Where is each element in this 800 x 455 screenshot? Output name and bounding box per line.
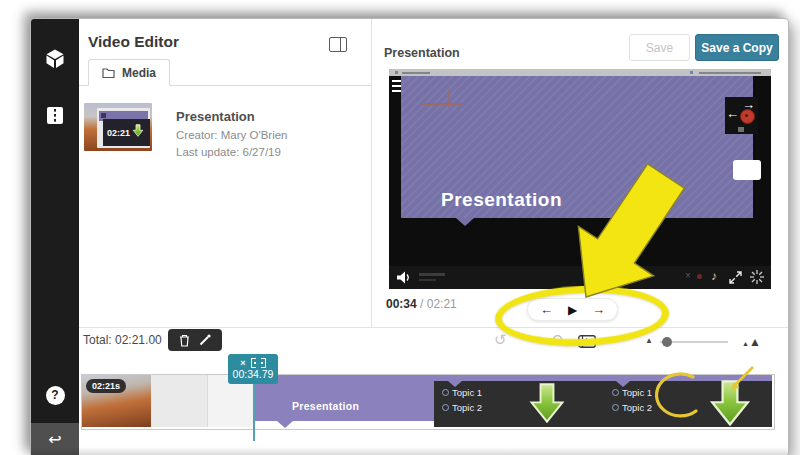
zoom-slider-handle[interactable]: [662, 337, 672, 347]
next-frame-button[interactable]: →: [592, 303, 605, 316]
clip-duration-badge: 02:21s: [86, 379, 126, 393]
playback-controls: ← ▶ →: [527, 298, 618, 321]
thumb-duration-badge: 02:21: [107, 128, 130, 138]
timeline-clip-presentation[interactable]: Presentation: [255, 375, 434, 421]
time-display: 00:34 / 02:21: [386, 297, 457, 311]
preview-filmstrip-button[interactable]: [578, 335, 596, 348]
slide-green-arrow-icon: [526, 383, 568, 427]
clip-notch: [277, 421, 293, 428]
fullscreen-icon[interactable]: [729, 271, 742, 284]
timeline-filmstrip[interactable]: Topic 1 Topic 2 Topic 1 Topic 2: [434, 375, 772, 427]
tab-bar: Media: [79, 60, 371, 86]
playhead-tooltip[interactable]: × 00:34.79: [228, 354, 278, 384]
sidebar: ? ↩: [31, 19, 79, 455]
help-glyph: ?: [51, 388, 58, 402]
redo-button[interactable]: ↷: [523, 331, 536, 349]
help-button[interactable]: ?: [31, 383, 79, 407]
spinner-icon: [750, 270, 764, 284]
zoom-in-icon: ▲: [742, 340, 749, 347]
topic-label: Topic 1: [622, 387, 652, 398]
slide-green-arrow-icon: [706, 380, 754, 430]
speaker-icon[interactable]: [397, 271, 411, 284]
pen-icon[interactable]: [199, 334, 211, 346]
total-time: / 02:21: [417, 297, 457, 311]
topic-label: Topic 2: [622, 402, 652, 413]
tab-media[interactable]: Media: [88, 59, 170, 86]
clip-label: Presentation: [292, 400, 359, 412]
timeline-track[interactable]: 02:21s Presentation Topic 1 Topic 2 Topi…: [81, 374, 775, 430]
slide-white-card: [733, 160, 761, 180]
topic-label: Topic 2: [452, 402, 482, 413]
dim-record-icon: [697, 274, 702, 279]
help-icon: ?: [46, 386, 65, 405]
record-dot-icon: [740, 109, 755, 124]
sidebar-item-modules[interactable]: [31, 47, 79, 71]
back-button[interactable]: ↩: [31, 423, 79, 455]
bullet-icon: [612, 404, 619, 411]
player-logo: [419, 279, 436, 281]
cube-icon: [45, 49, 65, 70]
player-control-bar[interactable]: × ♪: [389, 266, 771, 289]
timeline-clip-thumbnail[interactable]: 02:21s: [82, 375, 151, 427]
save-a-copy-label: Save a Copy: [701, 41, 772, 55]
thumb-green-arrow-icon: [132, 123, 144, 141]
media-last-update: Last update: 6/27/19: [176, 146, 281, 158]
player-logo: [419, 273, 445, 276]
recorder-widget: → ←: [725, 97, 758, 134]
previous-frame-button[interactable]: ←: [540, 303, 553, 316]
playhead[interactable]: [253, 383, 255, 441]
slide-title: Presentation: [441, 189, 562, 211]
timeline-total-duration: Total: 02:21.00: [83, 333, 162, 347]
recorded-slide: Presentation → ←: [401, 76, 753, 218]
bullet-icon: [442, 389, 449, 396]
back-icon: ↩: [48, 430, 61, 449]
play-button[interactable]: ▶: [568, 304, 577, 316]
clip-edit-toolbar: [168, 329, 222, 351]
video-player[interactable]: Presentation → ← × ♪: [389, 69, 771, 289]
bullet-icon: [442, 404, 449, 411]
crosshair-mark: [448, 89, 450, 107]
set-out-icon[interactable]: [261, 358, 266, 368]
section-divider: [79, 327, 788, 328]
trash-icon[interactable]: [179, 334, 190, 347]
app-window: ? ↩ Video Editor Media 02:21: [30, 18, 789, 455]
folder-icon: [102, 67, 115, 78]
topic-label: Topic 1: [452, 387, 482, 398]
thumb-player-overlay: 02:21: [103, 119, 150, 146]
zoom-out-button[interactable]: ▲: [645, 336, 653, 345]
media-panel: Video Editor Media 02:21: [79, 19, 372, 327]
sidebar-item-editor[interactable]: [31, 103, 79, 127]
crosshair-mark: [421, 103, 461, 105]
bullet-icon: [612, 389, 619, 396]
tab-media-label: Media: [122, 66, 156, 80]
recorded-menubar: [389, 69, 771, 76]
media-thumbnail: 02:21: [84, 103, 152, 151]
media-title: Presentation: [176, 109, 255, 124]
entry-title: Presentation: [384, 46, 460, 60]
media-creator: Creator: Mary O'Brien: [176, 129, 287, 141]
arrow-left-icon: ←: [726, 106, 739, 121]
undo-button[interactable]: ↶: [550, 331, 563, 349]
media-list-item[interactable]: 02:21 Presentation Creator: Mary O'Brien…: [79, 103, 371, 173]
dim-close-icon: ×: [685, 270, 691, 281]
playhead-time: 00:34.79: [233, 369, 274, 380]
zoom-in-button[interactable]: ▲▲: [742, 332, 761, 350]
slide-notch: [456, 218, 474, 226]
delete-marker-icon[interactable]: ×: [240, 359, 245, 368]
current-time: 00:34: [386, 297, 417, 311]
collapse-panel-icon[interactable]: [329, 37, 347, 52]
recorder-mini-icon: [738, 127, 744, 132]
zoom-in-icon: ▲: [749, 335, 761, 349]
filmstrip-frame-topics: Topic 1 Topic 2: [612, 387, 652, 413]
save-button[interactable]: Save: [629, 34, 690, 61]
music-note-icon[interactable]: ♪: [711, 269, 717, 283]
panel-title: Video Editor: [88, 33, 179, 51]
save-a-copy-button[interactable]: Save a Copy: [695, 34, 779, 61]
history-button[interactable]: ↺: [494, 331, 507, 349]
filmstrip-icon: [46, 106, 64, 125]
filmstrip-frame-topics: Topic 1 Topic 2: [442, 387, 482, 413]
save-button-label: Save: [646, 41, 673, 55]
set-in-icon[interactable]: [251, 358, 256, 368]
